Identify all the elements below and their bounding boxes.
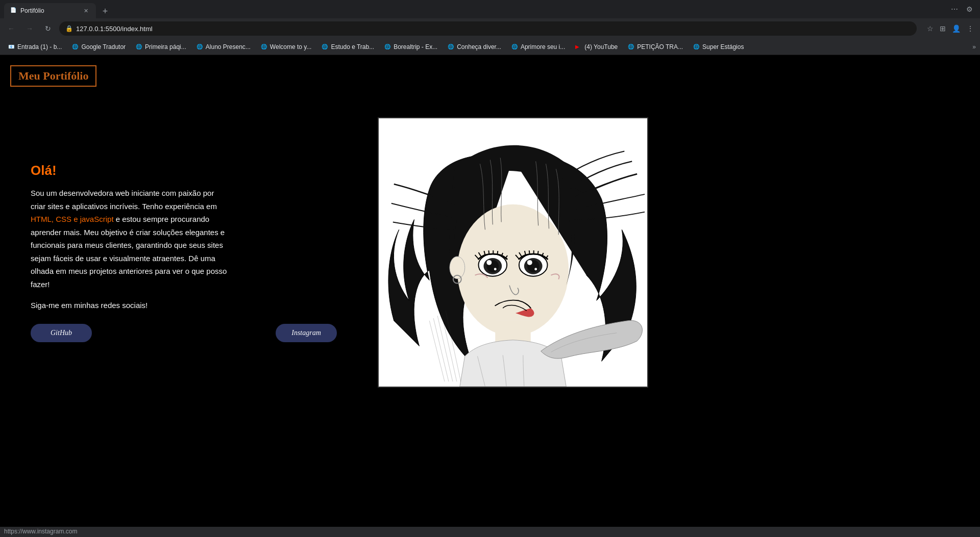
tab-bar: 📄 Portifólio ✕ + xyxy=(4,0,112,18)
bookmark-estudo[interactable]: 🌐 Estudo e Trab... xyxy=(317,42,378,52)
address-actions: ☆ ⊞ 👤 ⋮ xyxy=(925,22,976,35)
bookmark-favicon: 🌐 xyxy=(448,44,455,49)
new-tab-button[interactable]: + xyxy=(98,4,112,18)
bookmark-label: Super Estágios xyxy=(702,43,744,50)
bookmark-label: Aprimore seu i... xyxy=(521,43,565,50)
bookmark-label: Entrada (1) - b... xyxy=(17,43,62,50)
image-section xyxy=(378,117,648,388)
bookmark-primeira[interactable]: 🌐 Primeira páqi... xyxy=(132,42,190,52)
manga-image xyxy=(378,117,648,388)
bookmark-favicon: 🌐 xyxy=(261,44,268,49)
forward-button[interactable]: → xyxy=(22,21,37,36)
bookmark-peticao[interactable]: 🌐 PETIÇÃO TRA... xyxy=(624,42,687,52)
bookmark-estagios[interactable]: 🌐 Super Estágios xyxy=(689,42,748,52)
svg-line-14 xyxy=(497,251,498,255)
title-bar: 📄 Portifólio ✕ + ⋯ ⚙ xyxy=(0,0,980,18)
bookmark-label: Conheça diver... xyxy=(457,43,501,50)
tab-close-button[interactable]: ✕ xyxy=(82,7,90,15)
github-button[interactable]: GitHub xyxy=(31,324,92,342)
svg-point-2 xyxy=(457,204,569,336)
back-button[interactable]: ← xyxy=(4,21,18,36)
intro-text: Sou um desenvolvedora web iniciante com … xyxy=(31,187,357,291)
url-text: 127.0.0.1:5500/index.html xyxy=(76,25,911,33)
bookmark-label: Google Tradutor xyxy=(81,43,126,50)
svg-point-8 xyxy=(494,268,497,270)
bookmark-tradutor[interactable]: 🌐 Google Tradutor xyxy=(68,42,130,52)
reload-button[interactable]: ↻ xyxy=(41,21,55,36)
youtube-favicon: ▶ xyxy=(575,44,582,49)
bookmark-favicon: 🌐 xyxy=(693,44,700,49)
intro-rest: e estou sempre procurando aprender mais.… xyxy=(31,215,227,289)
tab-favicon: 📄 xyxy=(10,7,17,14)
greeting-text: Olá! xyxy=(31,163,357,178)
svg-line-27 xyxy=(538,251,538,255)
svg-point-20 xyxy=(527,260,532,265)
bookmark-conheca[interactable]: 🌐 Conheça diver... xyxy=(444,42,505,52)
tech-highlight: HTML, CSS e javaScript xyxy=(31,215,114,223)
svg-line-25 xyxy=(529,250,530,254)
minimize-button[interactable]: ⋯ xyxy=(948,4,961,14)
bookmark-label: PETIÇÃO TRA... xyxy=(637,43,683,50)
more-bookmarks-button[interactable]: » xyxy=(972,43,976,50)
bookmark-entrada[interactable]: 📧 Entrada (1) - b... xyxy=(4,42,66,52)
bookmark-favicon: 🌐 xyxy=(384,44,391,49)
bookmark-label: Estudo e Trab... xyxy=(331,43,374,50)
url-bar[interactable]: 🔒 127.0.0.1:5500/index.html xyxy=(59,21,917,36)
active-tab[interactable]: 📄 Portifólio ✕ xyxy=(4,3,96,18)
settings-button[interactable]: ⚙ xyxy=(963,4,976,14)
browser-frame: 📄 Portifólio ✕ + ⋯ ⚙ ← → ↻ 🔒 127.0.0.1:5… xyxy=(0,0,980,55)
bookmark-label: Welcome to y... xyxy=(270,43,312,50)
bookmark-favicon: 🌐 xyxy=(628,44,635,49)
text-section: Olá! Sou um desenvolvedora web iniciante… xyxy=(31,163,378,342)
bookmark-aluno[interactable]: 🌐 Aluno Presenc... xyxy=(192,42,255,52)
bookmark-welcome[interactable]: 🌐 Welcome to y... xyxy=(257,42,316,52)
portfolio-logo: Meu Portifólio xyxy=(10,65,96,87)
lock-icon: 🔒 xyxy=(65,25,73,32)
bookmark-favicon: 🌐 xyxy=(322,44,329,49)
bookmark-star-button[interactable]: ☆ xyxy=(925,22,936,35)
svg-point-21 xyxy=(534,268,537,270)
address-bar: ← → ↻ 🔒 127.0.0.1:5500/index.html ☆ ⊞ 👤 … xyxy=(0,18,980,39)
svg-point-7 xyxy=(486,260,492,265)
bookmark-label: Borealtrip - Ex... xyxy=(394,43,437,50)
status-bar: https://www.instagram.com xyxy=(0,527,980,537)
extensions-button[interactable]: ⊞ xyxy=(938,22,948,35)
social-buttons: GitHub Instagram xyxy=(31,324,357,342)
follow-text: Siga-me em minhas redes sociais! xyxy=(31,301,357,310)
bookmark-label: (4) YouTube xyxy=(584,43,618,50)
window-controls: ⋯ ⚙ xyxy=(948,4,976,14)
tab-title: Portifólio xyxy=(20,7,79,14)
bookmark-aprimore[interactable]: 🌐 Aprimore seu i... xyxy=(507,42,569,52)
bookmark-favicon: 🌐 xyxy=(72,44,79,49)
manga-illustration xyxy=(379,118,647,387)
page-content: Meu Portifólio Olá! Sou um desenvolvedor… xyxy=(0,55,980,514)
bookmark-label: Aluno Presenc... xyxy=(206,43,251,50)
bookmark-borealtrip[interactable]: 🌐 Borealtrip - Ex... xyxy=(380,42,442,52)
portfolio-logo-text: Meu Portifólio xyxy=(18,69,88,82)
intro-line1: Sou um desenvolvedora web iniciante com … xyxy=(31,189,217,211)
status-url: https://www.instagram.com xyxy=(4,528,77,535)
bookmark-youtube[interactable]: ▶ (4) YouTube xyxy=(571,42,622,52)
bookmark-favicon: 🌐 xyxy=(197,44,204,49)
main-content: Olá! Sou um desenvolvedora web iniciante… xyxy=(10,117,970,388)
profile-button[interactable]: 👤 xyxy=(950,22,963,35)
bookmark-favicon: 🌐 xyxy=(136,44,143,49)
svg-line-12 xyxy=(488,250,489,254)
menu-button[interactable]: ⋮ xyxy=(965,22,976,35)
bookmark-favicon: 📧 xyxy=(8,44,15,49)
bookmark-label: Primeira páqi... xyxy=(145,43,186,50)
bookmarks-bar: 📧 Entrada (1) - b... 🌐 Google Tradutor 🌐… xyxy=(0,39,980,55)
instagram-button[interactable]: Instagram xyxy=(276,324,337,342)
bookmark-favicon: 🌐 xyxy=(511,44,519,49)
